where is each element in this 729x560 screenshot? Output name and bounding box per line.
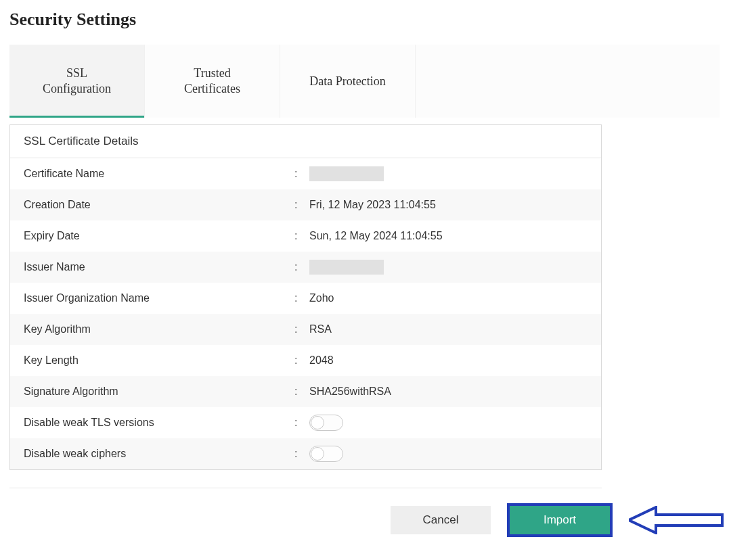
colon: : <box>294 168 309 180</box>
tabs-bar: SSL Configuration Trusted Certificates D… <box>9 45 720 118</box>
page-title: Security Settings <box>9 9 720 30</box>
field-value <box>309 415 588 431</box>
field-value: Sun, 12 May 2024 11:04:55 <box>309 230 588 242</box>
field-label: Key Length <box>24 354 294 367</box>
colon: : <box>294 323 309 335</box>
tab-data-protection[interactable]: Data Protection <box>280 45 416 118</box>
card-header: SSL Certificate Details <box>10 125 601 158</box>
field-label: Disable weak TLS versions <box>24 417 294 429</box>
field-label: Issuer Organization Name <box>24 292 294 304</box>
colon: : <box>294 292 309 304</box>
toggle-knob <box>311 416 324 429</box>
row-creation-date: Creation Date : Fri, 12 May 2023 11:04:5… <box>10 189 601 220</box>
row-issuer-name: Issuer Name : <box>10 252 601 283</box>
tab-label: SSL Configuration <box>43 66 111 97</box>
row-signature-algorithm: Signature Algorithm : SHA256withRSA <box>10 376 601 407</box>
annotation-arrow-icon <box>629 506 724 534</box>
field-value: Fri, 12 May 2023 11:04:55 <box>309 199 588 211</box>
field-value: SHA256withRSA <box>309 386 588 398</box>
disable-weak-tls-toggle[interactable] <box>309 415 343 431</box>
divider <box>9 488 602 488</box>
field-label: Signature Algorithm <box>24 386 294 398</box>
tabs-filler <box>416 45 720 118</box>
field-label: Creation Date <box>24 199 294 211</box>
colon: : <box>294 354 309 367</box>
svg-marker-0 <box>629 507 722 533</box>
toggle-knob <box>311 447 324 461</box>
field-label: Issuer Name <box>24 261 294 273</box>
redacted-block <box>309 166 384 181</box>
colon: : <box>294 261 309 273</box>
colon: : <box>294 417 309 429</box>
colon: : <box>294 386 309 398</box>
row-disable-weak-tls: Disable weak TLS versions : <box>10 407 601 438</box>
row-expiry-date: Expiry Date : Sun, 12 May 2024 11:04:55 <box>10 220 601 252</box>
field-label: Key Algorithm <box>24 323 294 335</box>
tab-trusted-certificates[interactable]: Trusted Certificates <box>145 45 280 118</box>
ssl-certificate-details-card: SSL Certificate Details Certificate Name… <box>9 124 602 470</box>
colon: : <box>294 230 309 242</box>
field-value <box>309 446 588 462</box>
row-key-algorithm: Key Algorithm : RSA <box>10 314 601 345</box>
field-value: Zoho <box>309 292 588 304</box>
field-label: Expiry Date <box>24 230 294 242</box>
tab-label: Trusted Certificates <box>184 66 240 97</box>
cancel-button[interactable]: Cancel <box>391 506 491 534</box>
row-disable-weak-ciphers: Disable weak ciphers : <box>10 438 601 469</box>
tab-label: Data Protection <box>309 74 385 89</box>
field-label: Disable weak ciphers <box>24 448 294 460</box>
tab-ssl-configuration[interactable]: SSL Configuration <box>9 45 145 118</box>
colon: : <box>294 199 309 211</box>
footer: Cancel Import <box>9 506 724 534</box>
field-value <box>309 260 588 275</box>
row-issuer-org: Issuer Organization Name : Zoho <box>10 283 601 314</box>
field-label: Certificate Name <box>24 168 294 180</box>
field-value: 2048 <box>309 354 588 367</box>
row-key-length: Key Length : 2048 <box>10 345 601 376</box>
disable-weak-ciphers-toggle[interactable] <box>309 446 343 462</box>
colon: : <box>294 448 309 460</box>
redacted-block <box>309 260 384 275</box>
row-certificate-name: Certificate Name : <box>10 158 601 189</box>
import-button[interactable]: Import <box>510 506 610 534</box>
field-value <box>309 166 588 181</box>
field-value: RSA <box>309 323 588 335</box>
